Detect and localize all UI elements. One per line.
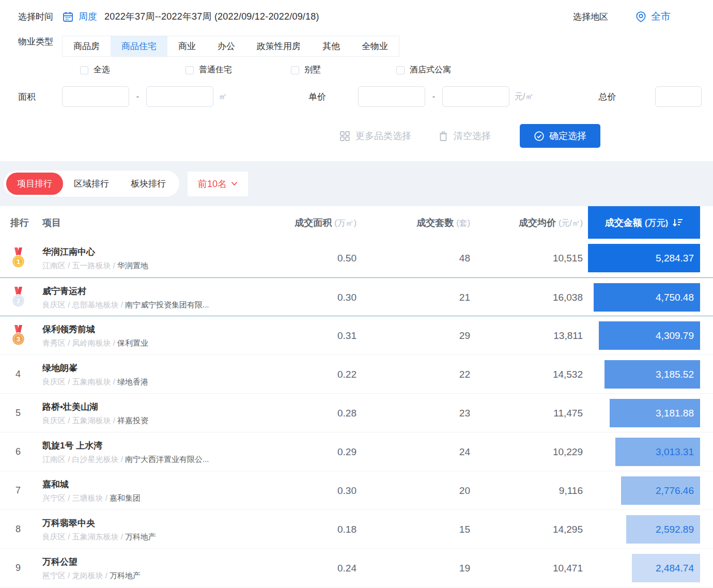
property-type-tabs: 商品房商品住宅商业办公政策性用房其他全物业 bbox=[62, 36, 399, 57]
amount-bar: 2,776.46 bbox=[621, 476, 700, 505]
project-cell: 万科公望 邕宁区 / 龙岗板块 / 万科地产 bbox=[36, 556, 279, 581]
checkbox-icon[interactable] bbox=[80, 66, 88, 74]
table-row[interactable]: 8 万科翡翠中央 良庆区 / 五象湖东板块 / 万科地产 0.18 15 14,… bbox=[0, 510, 713, 549]
project-name: 保利领秀前城 bbox=[42, 323, 279, 335]
checkbox-label: 全选 bbox=[94, 65, 110, 75]
time-mode-selector[interactable]: 周度 bbox=[79, 10, 97, 23]
project-name: 威宁青运村 bbox=[42, 285, 279, 297]
rank-number: 7 bbox=[16, 485, 21, 496]
amount-cell: 2,484.74 bbox=[583, 549, 700, 587]
rank-cell: 7 bbox=[0, 485, 36, 496]
property-tab-4[interactable]: 政策性用房 bbox=[246, 36, 312, 56]
ranking-tab-1[interactable]: 区域排行 bbox=[63, 173, 120, 195]
project-name: 绿地朗峯 bbox=[42, 362, 279, 374]
chevron-down-icon bbox=[231, 181, 238, 186]
units-value: 15 bbox=[357, 524, 470, 535]
checkbox-icon[interactable] bbox=[396, 66, 405, 74]
property-tab-6[interactable]: 全物业 bbox=[351, 36, 399, 56]
trash-icon bbox=[438, 131, 448, 142]
rank-cell: 8 bbox=[0, 524, 36, 535]
confirm-selection-button[interactable]: 确定选择 bbox=[520, 124, 600, 148]
subtype-checkbox-1[interactable]: 普通住宅 bbox=[185, 65, 291, 75]
unit-price-min-input[interactable] bbox=[358, 86, 425, 107]
units-value: 48 bbox=[357, 253, 470, 264]
property-tab-5[interactable]: 其他 bbox=[312, 36, 351, 56]
header-amount[interactable]: 成交金额 (万元) bbox=[588, 206, 700, 239]
total-price-min-input[interactable] bbox=[655, 86, 702, 107]
time-range-value[interactable]: 2022年37周--2022年37周 (2022/09/12-2022/09/1… bbox=[104, 10, 319, 23]
confirm-selection-label: 确定选择 bbox=[549, 130, 586, 142]
table-row[interactable]: 9 万科公望 邕宁区 / 龙岗板块 / 万科地产 0.24 19 10,471 … bbox=[0, 549, 713, 587]
subtype-checkbox-2[interactable]: 别墅 bbox=[291, 65, 396, 75]
header-price: 成交均价 (元/㎡) bbox=[470, 216, 583, 229]
amount-bar: 3,185.52 bbox=[605, 360, 700, 389]
checkbox-label: 酒店式公寓 bbox=[410, 65, 451, 75]
project-cell: 绿地朗峯 良庆区 / 五象南板块 / 绿地香港 bbox=[36, 362, 279, 387]
ranking-toolbar: 项目排行区域排行板块排行 前10名 bbox=[0, 161, 713, 206]
area-max-input[interactable] bbox=[146, 86, 213, 107]
unit-price-max-input[interactable] bbox=[442, 86, 509, 107]
project-location: 青秀区 / 凤岭南板块 / 保利置业 bbox=[42, 338, 279, 348]
top-n-dropdown[interactable]: 前10名 bbox=[188, 172, 248, 196]
location-pin-icon[interactable] bbox=[635, 11, 647, 23]
medal-silver-icon: 2 bbox=[10, 287, 26, 308]
project-name: 路桥•壮美山湖 bbox=[42, 401, 279, 413]
property-tab-3[interactable]: 办公 bbox=[207, 36, 246, 56]
property-tab-2[interactable]: 商业 bbox=[167, 36, 207, 56]
price-value: 10,471 bbox=[470, 563, 583, 574]
medal-bronze-icon: 3 bbox=[10, 325, 26, 346]
price-value: 16,038 bbox=[470, 292, 583, 303]
amount-bar: 4,750.48 bbox=[594, 283, 700, 312]
area-value: 0.30 bbox=[279, 485, 357, 497]
area-min-input[interactable] bbox=[62, 86, 129, 107]
amount-cell: 3,181.88 bbox=[583, 394, 700, 432]
subtype-checkbox-3[interactable]: 酒店式公寓 bbox=[396, 65, 502, 75]
checkbox-icon[interactable] bbox=[185, 66, 194, 74]
unit-price-unit-label: 元/㎡ bbox=[515, 91, 533, 102]
filter-panel: 选择时间 周度 2022年37周--2022年37周 (2022/09/12-2… bbox=[0, 0, 713, 148]
ranking-tab-2[interactable]: 板块排行 bbox=[120, 173, 177, 195]
clear-selection-button[interactable]: 清空选择 bbox=[438, 130, 491, 142]
amount-bar: 2,592.89 bbox=[626, 515, 700, 544]
rank-cell: 4 bbox=[0, 369, 36, 380]
header-project: 项目 bbox=[36, 216, 279, 229]
project-location: 良庆区 / 五象湖东板块 / 万科地产 bbox=[42, 532, 279, 542]
property-tab-0[interactable]: 商品房 bbox=[63, 36, 111, 56]
amount-bar: 2,484.74 bbox=[632, 554, 700, 582]
project-cell: 凯旋1号 上水湾 江南区 / 白沙星光板块 / 南宁大西洋置业有限公... bbox=[36, 440, 279, 465]
price-value: 14,532 bbox=[470, 369, 583, 380]
range-separator: - bbox=[425, 92, 442, 101]
subtype-checkbox-0[interactable]: 全选 bbox=[80, 65, 185, 75]
medal-gold-icon: 1 bbox=[10, 247, 26, 269]
units-value: 23 bbox=[357, 408, 470, 419]
area-value: 0.18 bbox=[279, 524, 357, 535]
property-tab-1[interactable]: 商品住宅 bbox=[111, 36, 167, 56]
region-value[interactable]: 全市 bbox=[651, 10, 671, 23]
calendar-icon[interactable] bbox=[62, 11, 74, 23]
rank-number: 8 bbox=[16, 524, 21, 535]
time-filter-label: 选择时间 bbox=[0, 11, 62, 23]
project-name: 华润江南中心 bbox=[42, 246, 279, 258]
units-value: 21 bbox=[357, 292, 470, 303]
svg-text:2: 2 bbox=[16, 297, 20, 305]
price-value: 11,475 bbox=[470, 408, 583, 419]
rank-number: 5 bbox=[16, 408, 21, 419]
project-location: 良庆区 / 五象湖板块 / 祥嘉投资 bbox=[42, 416, 279, 426]
table-row[interactable]: 4 绿地朗峯 良庆区 / 五象南板块 / 绿地香港 0.22 22 14,532… bbox=[0, 355, 713, 394]
unit-price-label: 单价 bbox=[308, 91, 326, 103]
rank-cell: 5 bbox=[0, 408, 36, 419]
table-row[interactable]: 3 保利领秀前城 青秀区 / 凤岭南板块 / 保利置业 0.31 29 13,8… bbox=[0, 316, 713, 355]
amount-cell: 2,776.46 bbox=[583, 471, 700, 510]
checkbox-icon[interactable] bbox=[291, 66, 299, 74]
svg-text:1: 1 bbox=[16, 258, 20, 266]
table-row[interactable]: 6 凯旋1号 上水湾 江南区 / 白沙星光板块 / 南宁大西洋置业有限公... … bbox=[0, 432, 713, 471]
table-row[interactable]: 5 路桥•壮美山湖 良庆区 / 五象湖板块 / 祥嘉投资 0.28 23 11,… bbox=[0, 394, 713, 432]
table-row[interactable]: 2 威宁青运村 良庆区 / 总部基地板块 / 南宁威宁投资集团有限... 0.3… bbox=[0, 277, 713, 316]
more-categories-button[interactable]: 更多品类选择 bbox=[339, 130, 411, 142]
area-value: 0.22 bbox=[279, 369, 357, 380]
table-row[interactable]: 1 华润江南中心 江南区 / 五一路板块 / 华润置地 0.50 48 10,5… bbox=[0, 239, 713, 277]
project-location: 江南区 / 白沙星光板块 / 南宁大西洋置业有限公... bbox=[42, 455, 279, 465]
table-header-row: 排行 项目 成交面积 (万㎡) 成交套数 (套) 成交均价 (元/㎡) 成交金额… bbox=[0, 206, 713, 239]
table-row[interactable]: 7 嘉和城 兴宁区 / 三塘板块 / 嘉和集团 0.30 20 9,116 2,… bbox=[0, 471, 713, 510]
ranking-tab-0[interactable]: 项目排行 bbox=[6, 173, 63, 195]
